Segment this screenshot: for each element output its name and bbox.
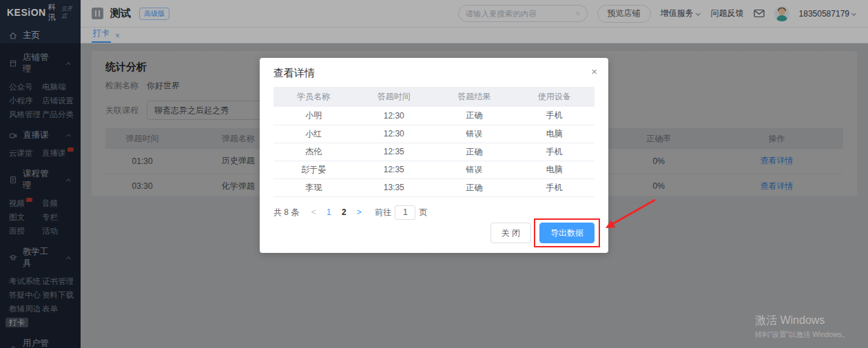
pagination-goto: 前往 页 — [375, 205, 427, 220]
table-row: 彭于晏12:35错误电脑 — [273, 161, 595, 178]
dialog-footer: 关 闭 导出数据 — [490, 223, 595, 243]
export-data-button[interactable]: 导出数据 — [539, 223, 595, 243]
close-button[interactable]: 关 闭 — [490, 223, 531, 243]
table-row: 杰伦12:35正确手机 — [273, 143, 595, 161]
pagination-page-1[interactable]: 1 — [322, 207, 335, 217]
pagination-total: 共 8 条 — [273, 207, 299, 218]
table-row: 小明12:30正确手机 — [273, 107, 595, 125]
pagination-prev-button[interactable]: < — [307, 207, 320, 217]
dialog-header: 查看详情 × — [260, 58, 608, 87]
table-row: 李现13:35正确手机 — [273, 178, 595, 196]
table-header-row: 学员名称 答题时间 答题结果 使用设备 — [273, 87, 595, 107]
dialog-title: 查看详情 — [273, 67, 315, 79]
pagination-next-button[interactable]: > — [353, 207, 365, 217]
pagination: 共 8 条 < 1 2 > 前往 页 — [273, 205, 595, 220]
students-table: 学员名称 答题时间 答题结果 使用设备 小明12:30正确手机 小红12:30错… — [273, 87, 595, 197]
goto-page-input[interactable] — [395, 205, 415, 220]
table-row: 小红12:30错误电脑 — [273, 125, 595, 143]
details-dialog: 查看详情 × 学员名称 答题时间 答题结果 使用设备 小明12:30正确手机 — [260, 58, 608, 253]
close-icon[interactable]: × — [591, 65, 597, 77]
dialog-body: 学员名称 答题时间 答题结果 使用设备 小明12:30正确手机 小红12:30错… — [260, 87, 608, 220]
app-root: KESiON 科汛 云开店 主页 店铺管理 公众号 电脑端 小程序 店铺设置 风… — [0, 0, 868, 348]
windows-activation-watermark: 激活 Windows 转到“设置”以激活 Windows。 — [755, 314, 849, 340]
pagination-page-2[interactable]: 2 — [338, 207, 350, 217]
